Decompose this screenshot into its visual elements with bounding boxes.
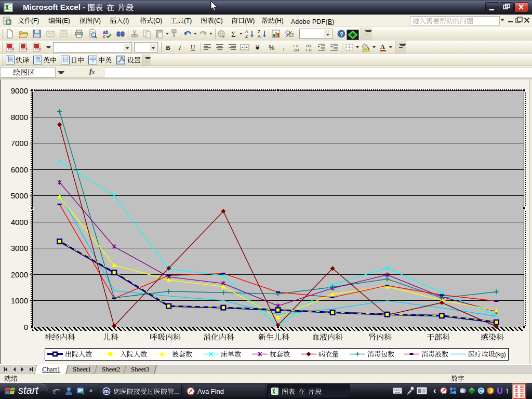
svg-text:I: I bbox=[178, 44, 181, 51]
svg-text:c: c bbox=[103, 34, 105, 38]
svg-text:+.0: +.0 bbox=[305, 48, 312, 52]
svg-text:B: B bbox=[166, 44, 170, 51]
svg-text:m: m bbox=[480, 389, 483, 393]
svg-text:?: ? bbox=[340, 31, 343, 37]
svg-text:A: A bbox=[258, 34, 261, 38]
svg-text:U: U bbox=[191, 44, 195, 51]
svg-text:A: A bbox=[380, 43, 385, 50]
svg-text:PDF: PDF bbox=[21, 48, 28, 51]
svg-text:¥: ¥ bbox=[255, 44, 260, 51]
svg-text:PDF: PDF bbox=[8, 48, 14, 51]
svg-text:e: e bbox=[53, 387, 57, 395]
svg-text:.00: .00 bbox=[293, 48, 299, 52]
svg-text:m: m bbox=[104, 388, 109, 394]
svg-text:PDF: PDF bbox=[35, 48, 41, 51]
svg-text:%: % bbox=[269, 44, 275, 51]
svg-text:,: , bbox=[283, 43, 285, 51]
svg-text:Σ: Σ bbox=[231, 30, 236, 38]
svg-text:Z: Z bbox=[245, 34, 248, 38]
